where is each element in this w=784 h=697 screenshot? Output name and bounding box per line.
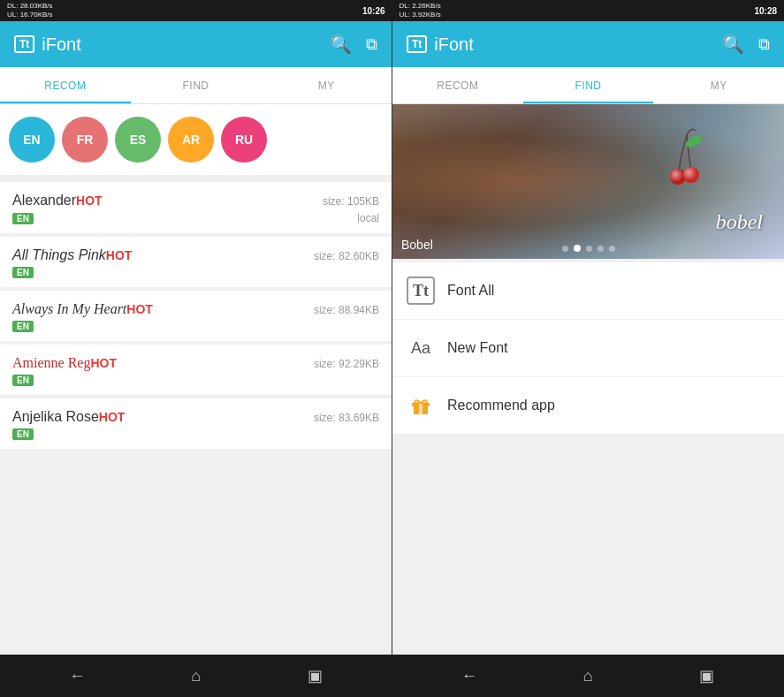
- hero-dots: [562, 245, 615, 252]
- font-name-allthingspink: All Things PinkHOT: [12, 247, 132, 263]
- lang-ar-label: AR: [182, 133, 200, 147]
- nav-bars: ← ⌂ ▣ ← ⌂ ▣: [0, 655, 784, 697]
- hero-dot-3: [598, 246, 604, 252]
- lang-ru[interactable]: RU: [221, 117, 267, 163]
- font-card-alexander[interactable]: AlexanderHOT size: 105KB EN local: [0, 182, 392, 233]
- font-card-footer-2: EN: [12, 321, 379, 332]
- menu-item-new-font[interactable]: Aa New Font: [392, 320, 784, 377]
- tab-my-label-right: MY: [711, 80, 727, 92]
- hero-dot-1: [574, 245, 581, 252]
- app-bar-actions-right: 🔍 ⧉: [722, 34, 770, 55]
- font-card-amiennereg[interactable]: Amienne RegHOT size: 92.29KB EN: [0, 345, 392, 395]
- hero-dot-2: [586, 246, 592, 252]
- recent-button-right[interactable]: ▣: [689, 666, 725, 686]
- font-card-footer-3: EN: [12, 375, 379, 386]
- tab-recom-label-left: RECOM: [44, 80, 86, 92]
- home-button-left[interactable]: ⌂: [179, 667, 214, 686]
- hero-dot-0: [562, 246, 568, 252]
- tab-my-left[interactable]: MY: [261, 67, 392, 103]
- app-bar-left: Tt iFont 🔍 ⧉: [0, 21, 392, 67]
- tab-my-label-left: MY: [318, 80, 335, 92]
- main-area: Tt iFont 🔍 ⧉ RECOM FIND MY EN: [0, 21, 784, 655]
- font-card-header-0: AlexanderHOT size: 105KB: [12, 193, 379, 208]
- tabs-right: RECOM FIND MY: [392, 67, 784, 104]
- svg-point-4: [683, 167, 699, 183]
- font-card-header-1: All Things PinkHOT size: 82.60KB: [12, 247, 379, 263]
- font-icon-left: Tt: [14, 35, 34, 53]
- gift-icon: [407, 391, 435, 420]
- font-card-allthingspink[interactable]: All Things PinkHOT size: 82.60KB EN: [0, 237, 392, 287]
- tab-my-right[interactable]: MY: [653, 67, 784, 103]
- font-name-text-4: Anjelika Rose: [12, 409, 99, 424]
- menu-item-font-all[interactable]: Tt Font All: [392, 262, 784, 320]
- tabs-left: RECOM FIND MY: [0, 67, 392, 104]
- language-circles: EN FR ES AR RU: [0, 104, 392, 175]
- font-card-header-2: Always In My HeartHOT size: 88.94KB: [12, 301, 379, 317]
- menu-label-new-font: New Font: [447, 340, 507, 356]
- hero-overlay: [392, 104, 784, 259]
- back-button-left[interactable]: ←: [59, 667, 95, 686]
- hot-label-1: HOT: [106, 248, 133, 262]
- font-card-footer-1: EN: [12, 267, 379, 278]
- font-size-3: size: 92.29KB: [314, 358, 379, 370]
- font-card-header-3: Amienne RegHOT size: 92.29KB: [12, 355, 379, 371]
- menu-section: Tt Font All Aa New Font: [392, 262, 784, 434]
- lang-ar[interactable]: AR: [168, 117, 214, 163]
- tab-find-left[interactable]: FIND: [131, 67, 262, 103]
- lang-en[interactable]: EN: [9, 117, 55, 163]
- app-bar-title-left: Tt iFont: [14, 34, 323, 55]
- share-icon-right[interactable]: ⧉: [758, 35, 770, 54]
- status-bar-right: DL: 2.26KB/s UL: 3.92KB/s 10:28: [392, 0, 785, 21]
- tab-find-right[interactable]: FIND: [523, 67, 654, 103]
- panel-left: Tt iFont 🔍 ⧉ RECOM FIND MY EN: [0, 21, 392, 655]
- share-icon-left[interactable]: ⧉: [366, 35, 377, 54]
- recent-button-left[interactable]: ▣: [297, 666, 332, 686]
- status-bars: DL: 28.03KB/s UL: 16.70KB/s 10:26 DL: 2.…: [0, 0, 784, 21]
- menu-label-font-all: Font All: [447, 283, 494, 299]
- lang-fr[interactable]: FR: [62, 117, 108, 163]
- nav-bar-right: ← ⌂ ▣: [392, 655, 785, 697]
- panel-right: Tt iFont 🔍 ⧉ RECOM FIND MY: [392, 21, 784, 655]
- font-card-footer-4: EN: [12, 428, 379, 440]
- svg-rect-7: [419, 403, 422, 414]
- font-name-text-0: Alexander: [12, 193, 76, 208]
- lang-badge-4: EN: [12, 428, 34, 440]
- tab-recom-right[interactable]: RECOM: [392, 67, 523, 103]
- font-name-text-2: Always In My Heart: [12, 301, 126, 316]
- lang-badge-2: EN: [12, 321, 34, 332]
- tab-recom-left[interactable]: RECOM: [0, 67, 131, 103]
- app-bar-right: Tt iFont 🔍 ⧉: [392, 21, 784, 67]
- cherry-svg: [660, 122, 713, 193]
- lang-es[interactable]: ES: [115, 117, 161, 163]
- menu-label-recommend-app: Recommend app: [447, 398, 555, 413]
- app-title-right: iFont: [434, 34, 473, 55]
- hot-label-3: HOT: [90, 356, 117, 370]
- status-time-right: 10:28: [754, 6, 777, 16]
- menu-item-recommend-app[interactable]: Recommend app: [392, 377, 784, 434]
- font-card-alwaysinmyheart[interactable]: Always In My HeartHOT size: 88.94KB EN: [0, 291, 392, 341]
- font-size-1: size: 82.60KB: [314, 250, 379, 262]
- back-button-right[interactable]: ←: [452, 667, 487, 686]
- lang-es-label: ES: [130, 133, 147, 147]
- font-name-amiennereg: Amienne RegHOT: [12, 355, 117, 371]
- content-right: bobel Bobel Tt Font All Aa New: [392, 104, 784, 655]
- search-icon-right[interactable]: 🔍: [722, 34, 744, 55]
- font-card-header-4: Anjelika RoseHOT size: 83.69KB: [12, 409, 379, 425]
- home-button-right[interactable]: ⌂: [570, 667, 605, 686]
- hot-label-0: HOT: [76, 193, 103, 208]
- local-label-0: local: [357, 212, 379, 224]
- font-size-0: size: 105KB: [323, 195, 379, 208]
- search-icon-left[interactable]: 🔍: [330, 34, 352, 55]
- app-title-left: iFont: [42, 34, 80, 55]
- font-name-alexander: AlexanderHOT: [12, 193, 103, 208]
- font-name-text-3: Amienne Reg: [12, 355, 90, 370]
- font-card-anjelikarose[interactable]: Anjelika RoseHOT size: 83.69KB EN: [0, 398, 392, 449]
- lang-ru-label: RU: [235, 133, 253, 147]
- status-bar-left: DL: 28.03KB/s UL: 16.70KB/s 10:26: [0, 0, 392, 21]
- font-name-alwaysinmyheart: Always In My HeartHOT: [12, 301, 153, 317]
- tab-find-label-left: FIND: [183, 80, 209, 92]
- status-time-left: 10:26: [362, 6, 385, 16]
- font-name-text-1: All Things Pink: [12, 247, 106, 262]
- hero-font-text: bobel: [716, 210, 763, 234]
- font-icon-right: Tt: [407, 35, 427, 53]
